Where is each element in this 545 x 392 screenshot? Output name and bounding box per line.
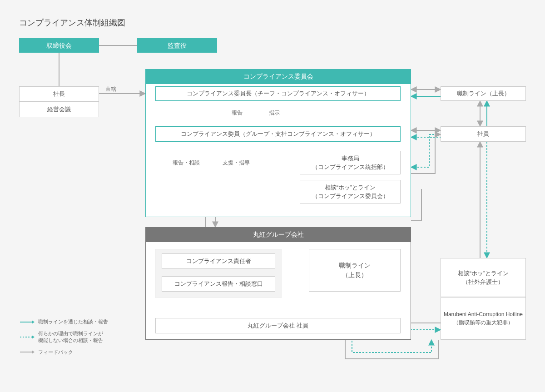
box-mgmt-meeting: 経営会議 — [19, 102, 99, 117]
box-president: 社長 — [19, 86, 99, 102]
box-committee-member: コンプライアンス委員（グループ・支社コンプライアンス・オフィサー） — [155, 126, 401, 142]
box-group-superior-line: 職制ライン （上長） — [309, 249, 401, 292]
legend: 職制ラインを通じた相談・報告 何らかの理由で職制ラインが 機能しない場合の相談・… — [19, 318, 108, 360]
box-hotline-internal: 相談“ホッ”とライン （コンプライアンス委員会） — [300, 180, 401, 203]
box-employee: 社員 — [441, 126, 526, 142]
header-group-company: 丸紅グループ会社 — [146, 228, 411, 242]
page-title: コンプライアンス体制組織図 — [19, 17, 125, 28]
legend-arrow-dashed-icon — [19, 334, 35, 340]
box-hotline-external: 相談“ホッ”とライン （社外弁護士） — [441, 258, 526, 297]
box-committee-chair: コンプライアンス委員長（チーフ・コンプライアンス・オフィサー） — [155, 86, 401, 101]
box-reporting-desk: コンプライアンス報告・相談窓口 — [162, 276, 275, 292]
box-auditor: 監査役 — [137, 38, 217, 53]
label-support: 支援・指導 — [223, 159, 250, 167]
label-direct: 直轄 — [105, 85, 116, 93]
box-anticorruption-hotline: Marubeni Anti-Corruption Hotline （贈収賄等の重… — [441, 297, 526, 340]
compliance-diagram: コンプライアンス体制組織図 — [0, 0, 545, 392]
box-secretariat: 事務局 （コンプライアンス統括部） — [300, 151, 401, 174]
legend-arrow-feedback-icon — [19, 349, 35, 355]
label-report: 報告 — [232, 109, 243, 117]
legend-text-solid: 職制ラインを通じた相談・報告 — [38, 318, 108, 325]
box-group-employee: 丸紅グループ会社 社員 — [155, 318, 401, 333]
legend-arrow-solid-icon — [19, 319, 35, 325]
box-compliance-officer: コンプライアンス責任者 — [162, 253, 275, 269]
legend-row-dashed: 何らかの理由で職制ラインが 機能しない場合の相談・報告 — [19, 330, 108, 344]
box-board-of-directors: 取締役会 — [19, 38, 99, 53]
legend-text-feedback: フィードバック — [38, 349, 73, 356]
legend-row-feedback: フィードバック — [19, 349, 108, 356]
box-superior-line: 職制ライン（上長） — [441, 86, 526, 101]
header-compliance-committee: コンプライアンス委員会 — [146, 69, 411, 84]
label-report-consult: 報告・相談 — [173, 159, 200, 167]
label-instruct: 指示 — [269, 109, 280, 117]
legend-row-solid: 職制ラインを通じた相談・報告 — [19, 318, 108, 325]
legend-text-dashed: 何らかの理由で職制ラインが 機能しない場合の相談・報告 — [38, 330, 103, 344]
